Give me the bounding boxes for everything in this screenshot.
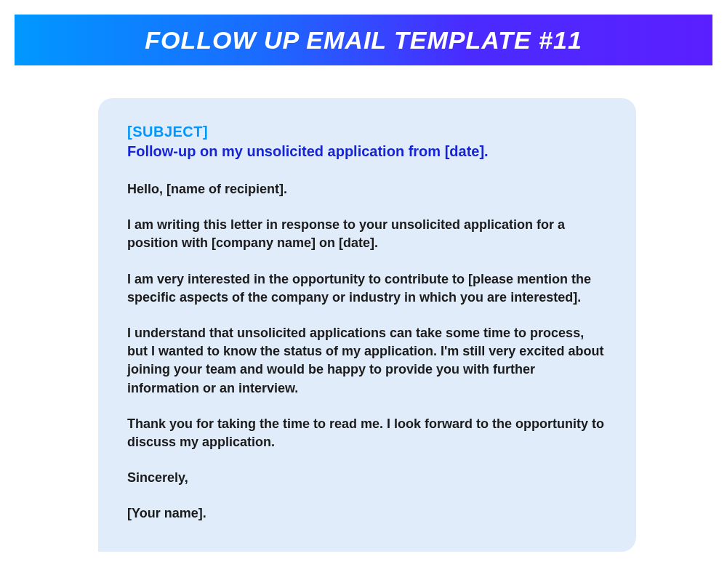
- paragraph-2: I am very interested in the opportunity …: [127, 270, 607, 307]
- paragraph-3: I understand that unsolicited applicatio…: [127, 324, 607, 398]
- header-banner: FOLLOW UP EMAIL TEMPLATE #11: [15, 15, 712, 65]
- paragraph-1: I am writing this letter in response to …: [127, 216, 607, 252]
- signature: [Your name].: [127, 504, 607, 523]
- signoff: Sincerely,: [127, 469, 607, 487]
- subject-label: [SUBJECT]: [127, 124, 607, 140]
- email-body: Hello, [name of recipient]. I am writing…: [127, 180, 607, 523]
- paragraph-4: Thank you for taking the time to read me…: [127, 415, 607, 451]
- email-template-card: [SUBJECT] Follow-up on my unsolicited ap…: [98, 98, 636, 552]
- greeting: Hello, [name of recipient].: [127, 180, 607, 198]
- subject-line: Follow-up on my unsolicited application …: [127, 143, 607, 160]
- header-title: FOLLOW UP EMAIL TEMPLATE #11: [145, 26, 582, 55]
